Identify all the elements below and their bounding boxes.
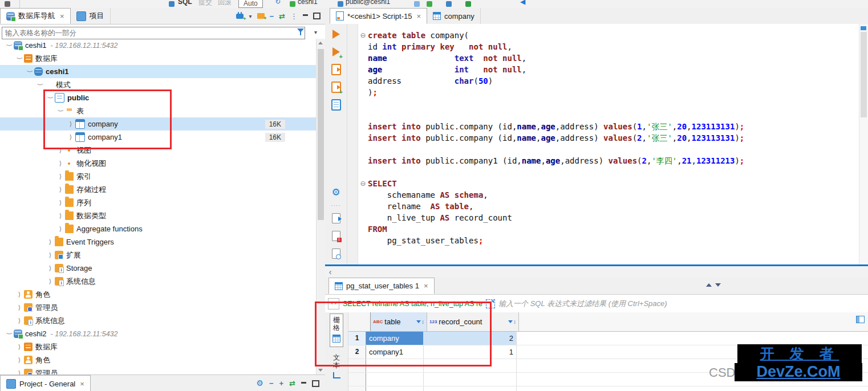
tab-text-view[interactable]: 文本 [330, 352, 343, 381]
scrollbar-thumb[interactable] [318, 49, 324, 220]
chevron-icon[interactable]: ⟩ [6, 329, 13, 339]
fold-marker-icon[interactable] [358, 155, 368, 166]
chevron-icon[interactable]: ⟩ [15, 291, 24, 298]
back-icon[interactable]: ◀ [520, 0, 525, 6]
filter-expression-input[interactable]: 输入一个 SQL 表达式来过滤结果 (使用 Ctrl+Space) [498, 299, 667, 309]
tree-item-company[interactable]: ⟩company16K [0, 117, 325, 131]
tree-item-角色[interactable]: ⟩角色 [0, 288, 325, 301]
tree-item-表[interactable]: ⟩表 [0, 104, 325, 117]
tab-sql-script[interactable]: *<ceshi1> Script-15 × [330, 8, 427, 24]
fold-marker-icon[interactable]: ⊖ [358, 178, 368, 189]
database-selector[interactable]: public@ceshi1 [346, 0, 390, 6]
tree-item-company1[interactable]: ⟩company116K [0, 131, 325, 144]
tree-item-系统信息[interactable]: ⟩系统信息 [0, 275, 325, 288]
tree-item-Event Triggers[interactable]: ⟩Event Triggers [0, 235, 325, 249]
gear-icon[interactable]: ⚙ [329, 185, 343, 199]
row-number[interactable]: 1 [348, 332, 366, 345]
column-filter-sort-icon[interactable]: ↕ [508, 319, 516, 325]
fold-marker-icon[interactable] [358, 64, 368, 75]
fold-marker-icon[interactable] [358, 75, 368, 87]
chevron-icon[interactable]: ⟩ [57, 107, 64, 116]
code-line[interactable] [358, 144, 859, 155]
tree-item-public[interactable]: ⟩public [0, 91, 325, 104]
tab-database-navigator[interactable]: 数据库导航 × [0, 8, 71, 24]
chevron-icon[interactable]: ⟩ [56, 173, 65, 180]
fold-marker-icon[interactable] [358, 212, 368, 223]
tree-item-数据库[interactable]: ⟩数据库 [0, 340, 325, 353]
scroll-left-icon[interactable]: ‹ [325, 267, 335, 276]
tree-item-ceshi2[interactable]: ⟩ceshi2- 192.168.12.11:5432 [0, 327, 325, 340]
fold-marker-icon[interactable] [358, 87, 368, 98]
tree-item-管理员[interactable]: ⟩管理员 [0, 366, 325, 374]
refresh-icon[interactable]: ↻ [275, 0, 281, 6]
close-icon[interactable]: × [80, 380, 84, 388]
tree-item-视图[interactable]: ⟩视图 [0, 144, 325, 157]
chevron-icon[interactable]: ⟩ [15, 356, 24, 364]
fold-marker-icon[interactable] [358, 98, 368, 109]
empty-row[interactable] [348, 386, 868, 391]
tree-item-扩展[interactable]: ⟩扩展 [0, 249, 325, 262]
chevron-icon[interactable]: ⟩ [46, 264, 55, 272]
expand-filter-icon[interactable] [486, 299, 495, 308]
view-menu-icon[interactable]: ⋮ [290, 12, 298, 21]
fold-marker-icon[interactable] [358, 201, 368, 212]
tree-item-管理员[interactable]: ⟩管理员 [0, 301, 325, 314]
commit-mode-select[interactable]: Auto [238, 0, 263, 8]
code-line[interactable]: insert into public.company (id,name,age,… [358, 132, 859, 144]
close-icon[interactable]: × [416, 12, 421, 21]
column-filter-sort-icon[interactable]: ↕ [416, 319, 424, 325]
fold-marker-icon[interactable] [358, 166, 368, 178]
scrollbar-thumb[interactable] [861, 32, 867, 117]
cell-table[interactable]: company1 [366, 345, 424, 359]
cell-table[interactable]: company [366, 332, 424, 345]
tree-item-ceshi1[interactable]: ⟩ceshi1 [0, 65, 325, 78]
chevron-icon[interactable]: ⟩ [15, 369, 24, 374]
column-header-table[interactable]: ABC table ↕ [371, 312, 427, 331]
tree-item-序列[interactable]: ⟩序列 [0, 196, 325, 209]
tab-project-general[interactable]: Project - General × [0, 375, 91, 391]
fold-marker-icon[interactable] [358, 109, 368, 121]
chevron-icon[interactable]: ⟩ [66, 120, 75, 128]
code-line[interactable] [358, 166, 859, 178]
fold-marker-icon[interactable]: ⊖ [358, 30, 368, 41]
fold-marker-icon[interactable] [358, 52, 368, 64]
new-folder-icon[interactable] [257, 13, 265, 19]
toolbar-fragment-icon[interactable] [465, 1, 471, 7]
export-result-icon[interactable] [329, 211, 343, 225]
column-header-record-count[interactable]: 123 record_count ↕ [427, 312, 519, 331]
code-line[interactable]: address char(50) [358, 75, 859, 87]
fold-marker-icon[interactable] [358, 41, 368, 52]
code-line[interactable] [358, 98, 859, 109]
fold-marker-icon[interactable] [358, 144, 368, 155]
close-icon[interactable]: × [424, 282, 428, 290]
code-line[interactable]: ⊖create table company( [358, 30, 859, 41]
code-line[interactable] [358, 109, 859, 121]
chevron-icon[interactable]: ⟩ [56, 225, 65, 233]
chevron-icon[interactable]: ⟩ [66, 133, 75, 141]
fold-marker-icon[interactable] [358, 132, 368, 144]
sql-code-editor[interactable]: ⊖create table company(id int primary key… [358, 24, 859, 264]
tab-result-set[interactable]: pg_stat_user_tables 1 × [328, 278, 435, 294]
code-line[interactable]: n_live_tup AS record_count [358, 212, 859, 223]
link-editor-icon[interactable]: ⇄ [289, 379, 295, 388]
output-console-icon[interactable] [329, 247, 343, 260]
code-line[interactable]: FROM [358, 223, 859, 235]
sql-button[interactable]: SQL [178, 0, 192, 6]
tree-item-系统信息[interactable]: ⟩系统信息 [0, 314, 325, 327]
chevron-icon[interactable]: ⟩ [56, 199, 65, 206]
chevron-down-icon[interactable]: ▾ [249, 13, 252, 19]
chevron-icon[interactable]: ⟩ [56, 160, 65, 167]
toolbar-fragment-icon[interactable] [5, 1, 10, 7]
tab-grid-view[interactable]: 栅格 [330, 313, 343, 347]
minimize-icon[interactable] [301, 382, 306, 385]
chevron-icon[interactable]: ⟩ [56, 186, 65, 193]
execute-script-icon[interactable] [329, 63, 343, 76]
fold-marker-icon[interactable] [358, 189, 368, 201]
scroll-down-icon[interactable] [318, 369, 323, 372]
code-line[interactable]: insert into public.company (id,name,age,… [358, 121, 859, 132]
code-line[interactable]: pg_stat_user_tables; [358, 235, 859, 246]
chevron-icon[interactable]: ⟩ [56, 146, 65, 154]
code-line[interactable]: schemaname AS schema, [358, 189, 859, 201]
tree-item-存储过程[interactable]: ⟩存储过程 [0, 183, 325, 196]
code-line[interactable]: relname AS table, [358, 201, 859, 212]
